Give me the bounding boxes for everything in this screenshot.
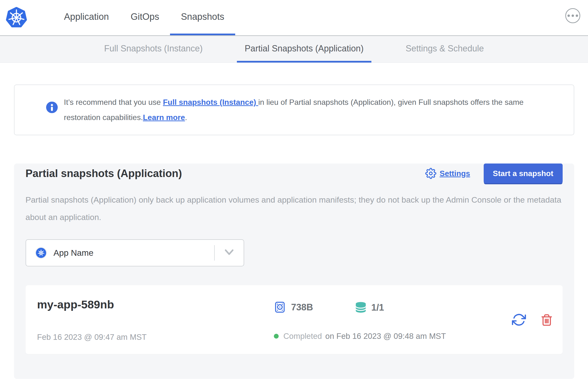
snapshot-started-date: Feb 16 2023 @ 09:47 am MST [37,333,147,342]
subtab-settings-schedule[interactable]: Settings & Schedule [398,36,492,63]
select-divider [214,245,215,261]
snapshot-name: my-app-589nb [37,298,114,311]
full-snapshots-link[interactable]: Full snapshots (Instance) [163,98,258,107]
kubernetes-logo-icon [6,0,27,35]
start-snapshot-button[interactable]: Start a snapshot [484,164,563,183]
partial-snapshots-panel: Partial snapshots (Application) Settings… [14,164,574,379]
disk-icon [274,301,286,313]
info-banner: It’s recommend that you use Full snapsho… [14,85,574,135]
snapshot-volumes-metric: 1/1 [355,301,384,314]
restore-icon [511,313,526,327]
snapshot-volumes-value: 1/1 [371,302,384,313]
learn-more-link[interactable]: Learn more [143,113,185,122]
main-nav: Application GitOps Snapshots [53,0,235,35]
page-title: Partial snapshots (Application) [26,167,182,179]
chevron-down-icon [224,249,234,257]
info-icon [46,102,58,118]
nav-tab-gitops[interactable]: GitOps [120,0,170,35]
settings-link-label: Settings [440,169,470,178]
kubernetes-mini-icon [35,247,47,259]
top-header: Application GitOps Snapshots [0,0,588,35]
trash-icon [540,313,553,327]
nav-tab-snapshots[interactable]: Snapshots [170,0,235,35]
panel-header: Partial snapshots (Application) Settings… [26,164,563,183]
status-finished-date: on Feb 16 2023 @ 09:48 am MST [325,332,446,341]
banner-text-before: It’s recommend that you use [64,98,163,107]
status-dot-icon [274,334,279,339]
snapshot-row: my-app-589nb Feb 16 2023 @ 09:47 am MST … [26,285,563,354]
snapshot-status: Completed on Feb 16 2023 @ 09:48 am MST [274,332,446,341]
subtab-partial-snapshots[interactable]: Partial Snapshots (Application) [237,36,371,63]
snapshots-page: Application GitOps Snapshots Full Snapsh… [0,0,588,384]
delete-snapshot-button[interactable] [540,313,553,327]
panel-description: Partial snapshots (Application) only bac… [26,191,563,226]
gear-icon [425,168,436,179]
snapshot-size-value: 738B [291,302,313,313]
app-select-value: App Name [54,248,93,258]
subtab-full-snapshots[interactable]: Full Snapshots (Instance) [96,36,210,63]
snapshot-settings-link[interactable]: Settings [425,168,470,179]
database-icon [355,301,367,314]
snapshot-size-metric: 738B [274,301,313,313]
nav-tab-application[interactable]: Application [53,0,120,35]
snapshots-subnav: Full Snapshots (Instance) Partial Snapsh… [0,35,588,63]
ellipsis-icon[interactable] [565,8,580,23]
status-label: Completed [283,332,322,341]
app-name-select[interactable]: App Name [26,239,244,266]
restore-snapshot-button[interactable] [511,313,526,327]
banner-text-after: . [185,113,187,122]
